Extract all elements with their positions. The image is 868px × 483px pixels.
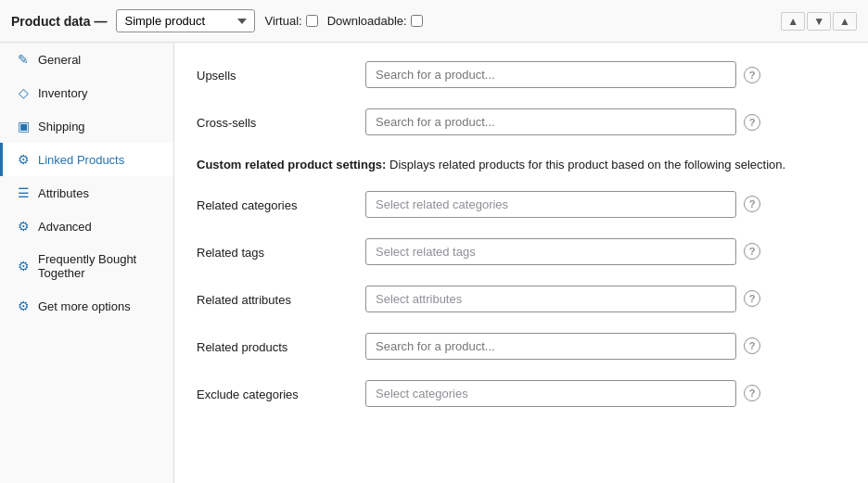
related-categories-select[interactable]: Select related categories — [365, 191, 736, 218]
cross-sells-input-wrap: ? — [365, 108, 846, 135]
custom-related-desc-text: Displays related products for this produ… — [386, 158, 785, 172]
related-products-input-wrap: ? — [365, 333, 846, 360]
related-attributes-row: Related attributes Select attributes ? — [197, 286, 846, 312]
main-layout: ✎ General ◇ Inventory ▣ Shipping ⚙ Linke… — [0, 43, 868, 483]
related-categories-label: Related categories — [197, 191, 354, 212]
sidebar-item-shipping[interactable]: ▣ Shipping — [0, 109, 173, 143]
related-products-input[interactable] — [365, 333, 736, 360]
sidebar-label-general: General — [38, 53, 81, 67]
inventory-icon: ◇ — [16, 85, 31, 100]
cross-sells-label: Cross-sells — [197, 108, 354, 130]
shipping-icon: ▣ — [16, 119, 31, 133]
related-categories-input-wrap: Select related categories ? — [365, 191, 846, 218]
sidebar-label-inventory: Inventory — [38, 86, 87, 100]
related-attributes-label: Related attributes — [197, 286, 354, 307]
related-tags-select[interactable]: Select related tags — [365, 238, 736, 265]
custom-related-title: Custom related product settings: — [197, 158, 386, 172]
related-tags-row: Related tags Select related tags ? — [197, 238, 846, 265]
sidebar-label-advanced: Advanced — [38, 220, 92, 234]
advanced-icon: ⚙ — [16, 219, 31, 234]
cross-sells-input[interactable] — [365, 108, 736, 135]
sidebar-item-general[interactable]: ✎ General — [0, 43, 173, 76]
upsells-row: Upsells ? — [197, 61, 846, 88]
related-categories-help-icon[interactable]: ? — [744, 196, 760, 212]
related-attributes-select[interactable]: Select attributes — [365, 286, 736, 312]
virtual-label: Virtual: — [264, 14, 317, 28]
related-products-row: Related products ? — [197, 333, 846, 360]
attributes-icon: ☰ — [16, 185, 31, 200]
upsells-input[interactable] — [365, 61, 736, 88]
sidebar-item-advanced[interactable]: ⚙ Advanced — [0, 210, 173, 243]
pencil-icon: ✎ — [16, 52, 31, 67]
sidebar-label-attributes: Attributes — [38, 186, 89, 200]
cross-sells-row: Cross-sells ? — [197, 108, 846, 135]
sidebar-label-shipping: Shipping — [38, 120, 85, 133]
upsells-label: Upsells — [197, 61, 354, 83]
downloadable-label: Downloadable: — [327, 14, 423, 28]
product-data-title: Product data — — [11, 14, 107, 29]
sidebar: ✎ General ◇ Inventory ▣ Shipping ⚙ Linke… — [0, 43, 174, 483]
downloadable-checkbox[interactable] — [411, 15, 423, 27]
arrow-expand-button[interactable]: ▲ — [833, 12, 857, 31]
sidebar-label-get-more: Get more options — [38, 299, 131, 313]
related-attributes-help-icon[interactable]: ? — [744, 290, 760, 307]
related-tags-help-icon[interactable]: ? — [744, 243, 760, 260]
sidebar-label-linked-products: Linked Products — [38, 153, 124, 167]
arrow-down-button[interactable]: ▼ — [807, 12, 831, 31]
frequently-bought-icon: ⚙ — [16, 259, 31, 273]
related-tags-input-wrap: Select related tags ? — [365, 238, 846, 265]
sidebar-item-get-more[interactable]: ⚙ Get more options — [0, 289, 173, 323]
upsells-input-wrap: ? — [365, 61, 846, 88]
virtual-checkbox[interactable] — [306, 15, 318, 27]
sidebar-item-frequently-bought[interactable]: ⚙ Frequently Bought Together — [0, 243, 173, 289]
exclude-categories-label: Exclude categories — [197, 380, 354, 401]
related-tags-label: Related tags — [197, 238, 354, 260]
product-data-header: Product data — Simple product Virtual: D… — [0, 0, 868, 43]
exclude-categories-input-wrap: Select categories ? — [365, 380, 846, 407]
custom-related-desc: Custom related product settings: Display… — [197, 156, 846, 174]
header-arrows: ▲ ▼ ▲ — [781, 12, 857, 31]
upsells-help-icon[interactable]: ? — [744, 67, 760, 83]
exclude-categories-row: Exclude categories Select categories ? — [197, 380, 846, 407]
related-products-label: Related products — [197, 333, 354, 354]
sidebar-label-frequently-bought: Frequently Bought Together — [38, 252, 160, 280]
get-more-icon: ⚙ — [16, 299, 31, 313]
sidebar-item-attributes[interactable]: ☰ Attributes — [0, 176, 173, 210]
product-type-select[interactable]: Simple product — [116, 9, 255, 32]
exclude-categories-help-icon[interactable]: ? — [744, 385, 760, 401]
exclude-categories-select[interactable]: Select categories — [365, 380, 736, 407]
related-attributes-input-wrap: Select attributes ? — [365, 286, 846, 312]
arrow-up-button[interactable]: ▲ — [781, 12, 805, 31]
sidebar-item-inventory[interactable]: ◇ Inventory — [0, 76, 173, 109]
related-categories-row: Related categories Select related catego… — [197, 191, 846, 218]
link-icon: ⚙ — [16, 152, 31, 167]
sidebar-item-linked-products[interactable]: ⚙ Linked Products — [0, 143, 173, 176]
content-area: Upsells ? Cross-sells ? Custom related p… — [174, 43, 868, 483]
cross-sells-help-icon[interactable]: ? — [744, 114, 760, 131]
related-products-help-icon[interactable]: ? — [744, 337, 760, 354]
